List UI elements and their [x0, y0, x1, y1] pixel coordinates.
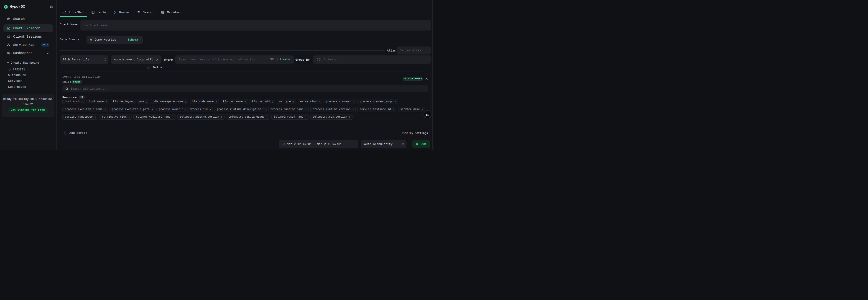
svg-text:2: 2 — [114, 12, 115, 14]
svg-text:3: 3 — [115, 11, 116, 13]
svg-text:1: 1 — [114, 11, 115, 12]
